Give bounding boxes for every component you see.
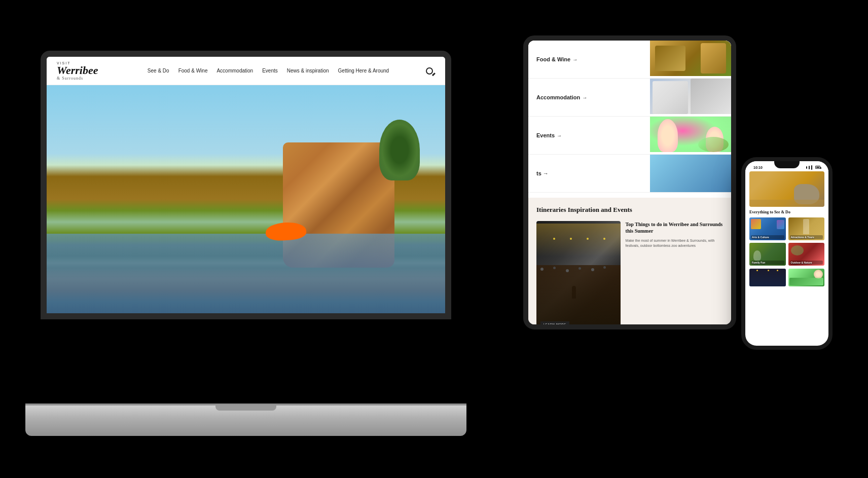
phone-grid-item-row2-2[interactable] <box>788 269 825 286</box>
tablet-nav-section: Food & Wine → Accommodation → <box>528 41 731 198</box>
phone-grid-item-family[interactable]: Family Fun <box>749 243 786 266</box>
laptop-device: VISIT Werribee & Surrounds See & Do Food… <box>25 51 466 436</box>
stage-dot-2 <box>570 238 572 240</box>
hero-tree <box>379 120 420 180</box>
phone-status-icons <box>806 165 820 170</box>
nav-link-accommodation[interactable]: Accommodation <box>216 68 253 73</box>
search-button[interactable] <box>424 65 435 77</box>
tablet-nav-item-food-wine[interactable]: Food & Wine → <box>528 41 731 79</box>
tablet-nav-accommodation-arrow: → <box>582 95 587 100</box>
nav-links: See & Do Food & Wine Accommodation Event… <box>123 68 414 73</box>
tablet-crowd <box>536 265 621 324</box>
phone-content: Everything to See & Do Arts & Culture <box>745 171 828 286</box>
stage-lights <box>536 224 621 256</box>
tablet-nav-4-label: ts → <box>536 170 549 176</box>
tablet-nav-food-wine-label: Food & Wine <box>536 56 570 62</box>
phone-notch <box>774 161 800 168</box>
tablet-nav-accommodation-image <box>650 79 731 114</box>
tablet-nav-food-wine-arrow: → <box>572 57 577 62</box>
tablet-nav-food-wine-image <box>650 41 731 76</box>
tablet-nav-4-image <box>650 155 731 193</box>
signal-bar-1 <box>806 166 807 169</box>
hero-section <box>47 85 445 313</box>
hero-water <box>47 234 445 314</box>
tablet-device: Food & Wine → Accommodation → <box>523 35 736 329</box>
tablet-nav-events-arrow: → <box>557 133 562 138</box>
phone-grid-item-arts[interactable]: Arts & Culture <box>749 217 786 240</box>
phone-grid-family-label: Family Fun <box>751 261 784 265</box>
logo-name: Werribee <box>57 65 98 76</box>
phone-grid-attractions-label: Attractions & Tours <box>790 235 823 239</box>
site-navbar: VISIT Werribee & Surrounds See & Do Food… <box>47 57 445 85</box>
nav-link-events[interactable]: Events <box>262 68 278 73</box>
tablet-section-title: Itineraries Inspiration and Events <box>536 206 723 214</box>
phone-grid-item-outdoor[interactable]: Outdoor & Nature <box>788 243 825 266</box>
nav-link-news[interactable]: News & inspiration <box>287 68 329 73</box>
phone-hero-image <box>749 171 824 207</box>
tablet-nav-item-accommodation[interactable]: Accommodation → <box>528 79 731 117</box>
tablet-bottom-section: Itineraries Inspiration and Events <box>528 198 731 324</box>
laptop-base <box>25 406 466 436</box>
tablet-article-body: Make the most of summer in Werribee & Su… <box>626 238 723 248</box>
tablet-nav-accommodation-label: Accommodation <box>536 94 580 100</box>
search-icon <box>426 67 433 75</box>
phone-grid-row1: Arts & Culture Attractions & Tours Famil… <box>749 217 824 266</box>
battery-icon <box>815 166 820 169</box>
tablet-nav-item-events[interactable]: Events → <box>528 117 731 155</box>
site-logo: VISIT Werribee & Surrounds <box>57 61 113 81</box>
scene: VISIT Werribee & Surrounds See & Do Food… <box>0 0 868 478</box>
phone-grid-arts-label: Arts & Culture <box>751 235 784 239</box>
stage-dot-1 <box>553 238 555 240</box>
laptop-screen: VISIT Werribee & Surrounds See & Do Food… <box>41 51 451 319</box>
phone-grid-item-attractions[interactable]: Attractions & Tours <box>788 217 825 240</box>
tablet-nav-events-label: Events <box>536 132 555 138</box>
nav-link-see-do[interactable]: See & Do <box>148 68 169 73</box>
tablet-screen: Food & Wine → Accommodation → <box>528 41 731 324</box>
signal-bar-2 <box>809 166 810 169</box>
signal-bar-3 <box>811 165 812 170</box>
phone-grid-row2 <box>749 269 824 286</box>
tablet-event-image: LEARN MORE <box>536 221 621 324</box>
nav-link-getting-here[interactable]: Getting Here & Around <box>338 68 389 73</box>
ground-strip <box>749 200 824 207</box>
phone-grid-item-row2-1[interactable] <box>749 269 786 286</box>
tablet-article-title: Top Things to do in Werribee and Surroun… <box>626 221 723 234</box>
phone-time: 10:10 <box>753 166 763 169</box>
tablet-body: Food & Wine → Accommodation → <box>523 35 736 329</box>
phone-device: 10:10 <box>741 157 833 350</box>
nav-link-food-wine[interactable]: Food & Wine <box>178 68 208 73</box>
phone-section-title: Everything to See & Do <box>749 210 824 214</box>
tablet-nav-events-image <box>650 117 731 152</box>
tablet-content-row: LEARN MORE Top Things to do in Werribee … <box>536 221 723 324</box>
logo-surrounds-label: & Surrounds <box>57 76 83 81</box>
learn-more-button[interactable]: LEARN MORE <box>540 317 569 324</box>
tablet-article-text: Top Things to do in Werribee and Surroun… <box>626 221 723 324</box>
phone-body: 10:10 <box>741 157 833 350</box>
phone-screen: 10:10 <box>745 161 828 346</box>
tablet-nav-item-4[interactable]: ts → <box>528 155 731 193</box>
phone-grid-outdoor-label: Outdoor & Nature <box>790 261 823 265</box>
hero-background <box>47 85 445 313</box>
